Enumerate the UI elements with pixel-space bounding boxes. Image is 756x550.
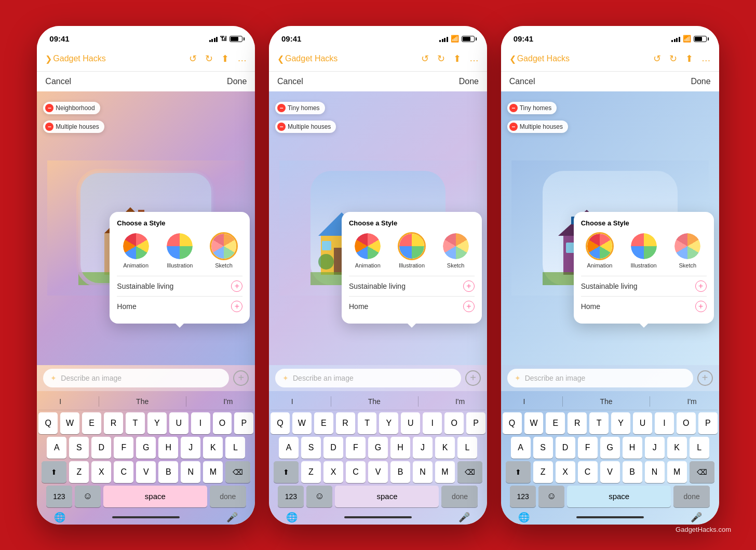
globe-icon-3[interactable]: 🌐 — [518, 512, 530, 523]
key-x-1[interactable]: X — [91, 461, 111, 483]
key-e-1[interactable]: E — [82, 412, 101, 434]
style-animation-1[interactable]: Animation — [122, 232, 150, 269]
tag-neighborhood[interactable]: − Neighborhood — [43, 102, 100, 114]
key-r-2[interactable]: R — [336, 412, 355, 434]
pred-the-3[interactable]: The — [596, 396, 616, 407]
input-plus-2[interactable]: + — [465, 370, 481, 386]
key-numbers-3[interactable]: 123 — [510, 486, 536, 507]
minus-icon-multiple-1[interactable]: − — [45, 123, 53, 131]
key-g-2[interactable]: G — [368, 437, 388, 459]
key-l-2[interactable]: L — [457, 437, 477, 459]
input-plus-3[interactable]: + — [697, 370, 713, 386]
key-f-2[interactable]: F — [346, 437, 366, 459]
key-t-2[interactable]: T — [358, 412, 377, 434]
mic-icon-1[interactable]: 🎤 — [226, 512, 238, 523]
key-a-2[interactable]: A — [279, 437, 299, 459]
key-delete-3[interactable]: ⌫ — [690, 461, 714, 483]
more-icon-1[interactable]: … — [237, 53, 247, 64]
key-p-2[interactable]: P — [466, 412, 485, 434]
key-s-3[interactable]: S — [533, 437, 553, 459]
key-shift-1[interactable]: ⬆ — [42, 461, 66, 483]
key-i-2[interactable]: I — [423, 412, 442, 434]
key-h-3[interactable]: H — [623, 437, 642, 459]
key-i-3[interactable]: I — [655, 412, 674, 434]
style-illustration-3[interactable]: Illustration — [630, 232, 658, 269]
redo-icon-1[interactable]: ↻ — [205, 53, 213, 64]
undo-icon-1[interactable]: ↺ — [189, 53, 197, 64]
done-button-2[interactable]: Done — [459, 77, 479, 86]
key-f-1[interactable]: F — [114, 437, 133, 459]
key-p-3[interactable]: P — [698, 412, 718, 434]
pred-i-1[interactable]: I — [55, 396, 65, 407]
style-animation-3[interactable]: Animation — [586, 232, 614, 269]
describe-input-2[interactable]: ✦ Describe an image — [275, 369, 461, 387]
key-v-3[interactable]: V — [600, 461, 620, 483]
undo-icon-3[interactable]: ↺ — [653, 53, 661, 64]
pred-im-2[interactable]: I'm — [451, 396, 469, 407]
undo-icon-2[interactable]: ↺ — [421, 53, 429, 64]
key-space-2[interactable]: space — [335, 486, 439, 507]
pred-the-1[interactable]: The — [132, 396, 153, 407]
style-animation-2[interactable]: Animation — [354, 232, 382, 269]
key-z-3[interactable]: Z — [533, 461, 553, 483]
key-w-1[interactable]: W — [60, 412, 79, 434]
mic-icon-2[interactable]: 🎤 — [458, 512, 470, 523]
key-a-3[interactable]: A — [511, 437, 531, 459]
pred-i-2[interactable]: I — [287, 396, 298, 407]
style-sketch-2[interactable]: Sketch — [442, 232, 470, 269]
topic-home-plus-1[interactable]: + — [231, 301, 242, 312]
key-d-3[interactable]: D — [556, 437, 575, 459]
key-b-2[interactable]: B — [390, 461, 410, 483]
key-m-1[interactable]: M — [203, 461, 223, 483]
key-w-2[interactable]: W — [292, 412, 312, 434]
key-k-1[interactable]: K — [203, 437, 223, 459]
tag-tiny-3[interactable]: − Tiny homes — [507, 102, 557, 114]
key-z-2[interactable]: Z — [301, 461, 321, 483]
topic-home-plus-3[interactable]: + — [695, 301, 707, 312]
topic-sustainable-plus-3[interactable]: + — [695, 280, 707, 292]
key-x-3[interactable]: X — [556, 461, 575, 483]
key-z-1[interactable]: Z — [69, 461, 89, 483]
key-w-3[interactable]: W — [524, 412, 544, 434]
style-sketch-3[interactable]: Sketch — [673, 232, 701, 269]
key-y-3[interactable]: Y — [611, 412, 630, 434]
key-q-3[interactable]: Q — [503, 412, 522, 434]
share-icon-2[interactable]: ⬆ — [453, 53, 461, 64]
key-g-3[interactable]: G — [600, 437, 620, 459]
key-m-3[interactable]: M — [667, 461, 687, 483]
key-s-2[interactable]: S — [301, 437, 321, 459]
done-button-3[interactable]: Done — [691, 77, 710, 86]
key-emoji-1[interactable]: ☺ — [75, 486, 101, 507]
cancel-button-2[interactable]: Cancel — [277, 77, 303, 86]
topic-sustainable-plus-1[interactable]: + — [231, 280, 242, 292]
key-k-2[interactable]: K — [435, 437, 455, 459]
back-button-3[interactable]: ❮ Gadget Hacks — [509, 54, 570, 64]
key-o-3[interactable]: O — [677, 412, 696, 434]
key-shift-3[interactable]: ⬆ — [506, 461, 531, 483]
key-delete-1[interactable]: ⌫ — [225, 461, 250, 483]
key-c-3[interactable]: C — [578, 461, 598, 483]
key-u-1[interactable]: U — [169, 412, 188, 434]
key-u-3[interactable]: U — [633, 412, 652, 434]
key-o-2[interactable]: O — [444, 412, 464, 434]
key-n-1[interactable]: N — [181, 461, 200, 483]
more-icon-3[interactable]: … — [701, 53, 711, 64]
redo-icon-2[interactable]: ↻ — [437, 53, 445, 64]
key-s-1[interactable]: S — [69, 437, 89, 459]
key-g-1[interactable]: G — [136, 437, 156, 459]
style-sketch-1[interactable]: Sketch — [210, 232, 238, 269]
key-v-2[interactable]: V — [368, 461, 388, 483]
key-j-3[interactable]: J — [645, 437, 665, 459]
key-emoji-3[interactable]: ☺ — [538, 486, 564, 507]
mic-icon-3[interactable]: 🎤 — [691, 512, 702, 523]
key-l-1[interactable]: L — [225, 437, 245, 459]
key-r-3[interactable]: R — [568, 412, 587, 434]
key-q-2[interactable]: Q — [271, 412, 290, 434]
key-b-3[interactable]: B — [623, 461, 642, 483]
key-n-3[interactable]: N — [645, 461, 665, 483]
key-delete-2[interactable]: ⌫ — [457, 461, 482, 483]
pred-the-2[interactable]: The — [364, 396, 385, 407]
key-t-1[interactable]: T — [126, 412, 145, 434]
input-plus-1[interactable]: + — [233, 370, 249, 386]
minus-icon-multiple-2[interactable]: − — [277, 123, 286, 131]
